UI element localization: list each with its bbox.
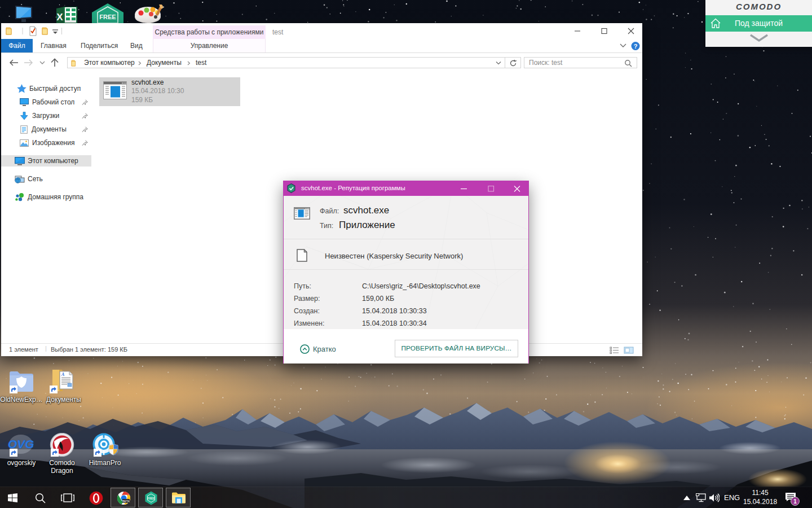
- svg-text:1: 1: [793, 498, 797, 505]
- svg-text:X: X: [56, 12, 63, 23]
- svg-text:?: ?: [634, 43, 638, 50]
- svg-text:BETA: BETA: [122, 500, 130, 503]
- svg-text:A: A: [61, 372, 65, 377]
- svg-text:FREE: FREE: [148, 497, 155, 500]
- svg-text:FREE: FREE: [99, 14, 116, 20]
